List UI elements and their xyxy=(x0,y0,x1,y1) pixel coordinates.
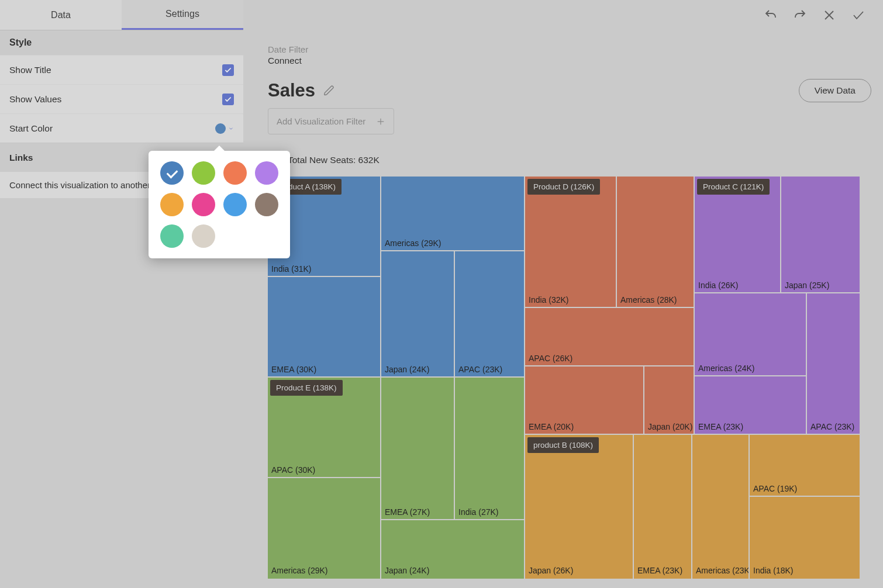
product-badge-c: Product C (121K) xyxy=(697,179,770,195)
color-swatch-1[interactable] xyxy=(192,161,215,185)
cell-label: Americas (24K) xyxy=(698,364,755,373)
cell-b-apac[interactable]: APAC (19K) xyxy=(750,435,860,497)
confirm-button[interactable] xyxy=(848,5,869,26)
show-values-checkbox[interactable] xyxy=(222,94,234,105)
cell-e-americas[interactable]: Americas (29K) xyxy=(268,478,381,579)
cell-label: APAC (26K) xyxy=(529,354,572,363)
sidebar-tabs: Data Settings xyxy=(0,0,243,30)
undo-button[interactable] xyxy=(760,5,781,26)
cell-b-india[interactable]: India (18K) xyxy=(750,497,860,579)
cell-label: India (18K) xyxy=(753,566,794,575)
cell-label: APAC (30K) xyxy=(271,465,315,475)
links-label: Links xyxy=(9,153,33,163)
cell-label: EMEA (20K) xyxy=(529,422,574,431)
plus-icon xyxy=(376,117,385,126)
color-swatch-2[interactable] xyxy=(223,161,247,185)
tab-settings[interactable]: Settings xyxy=(122,0,243,30)
treemap: Product A (138K) India (31K) EMEA (30K) … xyxy=(268,177,860,579)
cell-c-emea[interactable]: EMEA (23K) xyxy=(695,376,807,435)
cell-label: EMEA (23K) xyxy=(637,566,682,575)
total-label: Total New Seats: 632K xyxy=(288,155,380,165)
show-title-row: Show Title xyxy=(0,55,243,84)
start-color-picker[interactable] xyxy=(215,123,234,134)
cell-label: Americas (23K) xyxy=(696,566,753,575)
cell-b-japan[interactable]: product B (108K) Japan (26K) xyxy=(525,435,634,579)
viz-title: Sales xyxy=(268,80,315,101)
cell-d-apac[interactable]: APAC (26K) xyxy=(525,308,695,366)
cell-label: Japan (26K) xyxy=(529,566,573,575)
cell-label: Americas (28K) xyxy=(620,295,677,305)
cell-e-apac[interactable]: Product E (138K) APAC (30K) xyxy=(268,378,381,478)
color-swatch-5[interactable] xyxy=(192,193,215,216)
show-title-label: Show Title xyxy=(9,65,51,75)
product-badge-d: Product D (126K) xyxy=(527,179,600,195)
edit-title-icon[interactable] xyxy=(323,85,335,96)
cell-label: India (26K) xyxy=(698,281,739,290)
cell-a-emea[interactable]: EMEA (30K) xyxy=(268,277,381,378)
product-badge-b: product B (108K) xyxy=(527,437,599,453)
cell-d-japan[interactable]: Japan (20K) xyxy=(644,366,695,435)
close-button[interactable] xyxy=(819,5,840,26)
cell-label: APAC (19K) xyxy=(753,484,797,493)
color-swatch-9[interactable] xyxy=(192,224,215,248)
color-swatch-grid xyxy=(159,161,280,248)
cell-label: India (31K) xyxy=(271,264,312,274)
style-section-header: Style xyxy=(0,30,243,55)
cell-label: Americas (29K) xyxy=(385,238,442,248)
start-color-label: Start Color xyxy=(9,123,53,134)
settings-sidebar: Data Settings Style Show Title Show Valu… xyxy=(0,0,243,588)
cell-label: APAC (23K) xyxy=(458,365,502,374)
start-color-swatch xyxy=(215,123,226,134)
cell-c-americas[interactable]: Americas (24K) xyxy=(695,293,807,376)
cell-label: EMEA (27K) xyxy=(385,507,430,517)
cell-label: APAC (23K) xyxy=(810,422,854,431)
cell-label: EMEA (30K) xyxy=(271,365,316,374)
date-filter-value[interactable]: Connect xyxy=(268,56,871,66)
cell-b-americas[interactable]: Americas (23K) xyxy=(692,435,750,579)
cell-label: India (32K) xyxy=(529,295,569,305)
cell-e-india[interactable]: India (27K) xyxy=(455,378,525,520)
cell-b-emea[interactable]: EMEA (23K) xyxy=(634,435,692,579)
cell-a-apac[interactable]: APAC (23K) xyxy=(455,251,525,378)
cell-d-americas[interactable]: Americas (28K) xyxy=(617,177,695,308)
cell-e-emea[interactable]: EMEA (27K) xyxy=(381,378,455,520)
cell-c-india[interactable]: Product C (121K) India (26K) xyxy=(695,177,781,293)
date-filter-label: Date Filter xyxy=(268,44,871,54)
cell-e-japan[interactable]: Japan (24K) xyxy=(381,520,525,579)
add-filter-button[interactable]: Add Visualization Filter xyxy=(268,108,394,134)
chevron-down-icon xyxy=(228,126,234,132)
cell-label: EMEA (23K) xyxy=(698,422,743,431)
show-title-checkbox[interactable] xyxy=(222,64,234,76)
cell-d-emea[interactable]: EMEA (20K) xyxy=(525,366,644,435)
cell-d-india[interactable]: Product D (126K) India (32K) xyxy=(525,177,617,308)
redo-button[interactable] xyxy=(789,5,810,26)
add-filter-label: Add Visualization Filter xyxy=(277,116,365,126)
cell-a-americas[interactable]: Americas (29K) xyxy=(381,177,525,251)
color-swatch-8[interactable] xyxy=(160,224,184,248)
color-swatch-3[interactable] xyxy=(255,161,278,185)
product-badge-e: Product E (138K) xyxy=(270,380,343,396)
viz-header: Date Filter Connect Sales View Data Add … xyxy=(268,44,871,150)
cell-label: Japan (25K) xyxy=(785,281,829,290)
start-color-row: Start Color xyxy=(0,113,243,143)
color-popover xyxy=(149,151,290,258)
tab-data[interactable]: Data xyxy=(0,0,122,30)
color-swatch-6[interactable] xyxy=(223,193,247,216)
view-data-button[interactable]: View Data xyxy=(799,79,871,102)
cell-a-japan[interactable]: Japan (24K) xyxy=(381,251,455,378)
color-swatch-0[interactable] xyxy=(160,161,184,185)
cell-label: India (27K) xyxy=(458,507,499,517)
cell-label: Americas (29K) xyxy=(271,566,328,575)
cell-c-japan[interactable]: Japan (25K) xyxy=(781,177,860,293)
cell-c-apac[interactable]: APAC (23K) xyxy=(807,293,860,435)
show-values-row: Show Values xyxy=(0,84,243,113)
top-toolbar xyxy=(746,0,883,30)
color-swatch-7[interactable] xyxy=(255,193,278,216)
color-swatch-4[interactable] xyxy=(160,193,184,216)
show-values-label: Show Values xyxy=(9,94,61,105)
cell-label: Japan (20K) xyxy=(648,422,692,431)
cell-label: Japan (24K) xyxy=(385,566,429,575)
cell-label: Japan (24K) xyxy=(385,365,429,374)
